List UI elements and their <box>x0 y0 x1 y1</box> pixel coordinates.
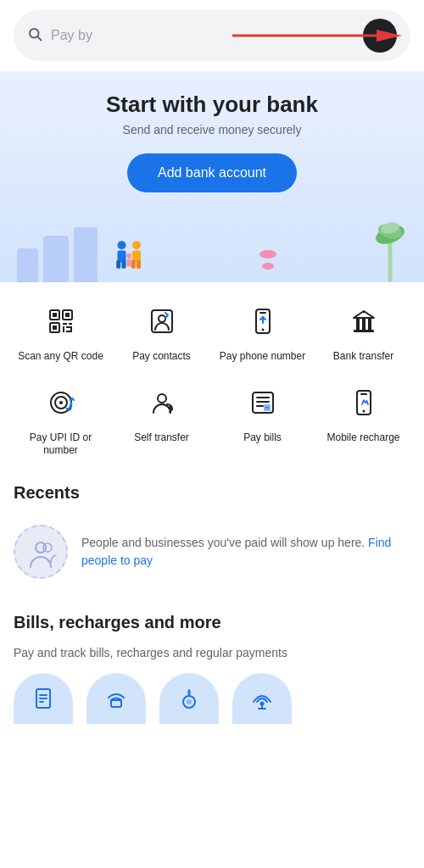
building-3 <box>74 227 98 282</box>
decorative-blob-2 <box>262 263 274 270</box>
search-bar[interactable]: Pay by <box>14 10 410 61</box>
electricity-icon <box>14 673 73 724</box>
action-pay-contacts[interactable]: Pay contacts <box>114 299 209 364</box>
svg-rect-26 <box>63 326 64 332</box>
svg-rect-41 <box>354 330 374 332</box>
action-mobile-recharge[interactable]: Mobile recharge <box>316 381 410 458</box>
svg-rect-13 <box>126 259 131 267</box>
recents-section: Recents People and businesses you've pai… <box>0 466 424 596</box>
svg-rect-24 <box>63 323 67 325</box>
svg-rect-38 <box>356 318 360 330</box>
pay-bills-label: Pay bills <box>243 431 282 445</box>
svg-rect-29 <box>66 331 70 332</box>
recents-avatar <box>14 525 68 579</box>
city-illustration <box>17 227 162 282</box>
action-pay-bills[interactable]: Pay bills <box>215 381 310 458</box>
svg-line-1 <box>37 36 41 40</box>
actions-grid: Scan any QR code Pay contacts <box>14 299 410 458</box>
self-transfer-icon <box>140 381 184 425</box>
svg-rect-6 <box>116 260 120 269</box>
bills-icons-row <box>14 673 410 724</box>
svg-point-44 <box>59 401 63 404</box>
recents-placeholder-text: People and businesses you've paid will s… <box>81 534 410 570</box>
svg-point-4 <box>118 241 126 249</box>
recents-title: Recents <box>14 483 410 503</box>
hero-title: Start with your bank <box>17 92 407 118</box>
scan-qr-label: Scan any QR code <box>18 350 103 364</box>
bills-subtitle: Pay and track bills, recharges and regul… <box>14 646 410 659</box>
recents-placeholder: People and businesses you've paid will s… <box>14 516 410 587</box>
svg-rect-35 <box>259 312 266 314</box>
bills-title: Bills, recharges and more <box>14 613 410 632</box>
svg-rect-27 <box>66 326 72 328</box>
bill-broadband[interactable] <box>86 673 146 724</box>
building-2 <box>43 236 69 282</box>
svg-rect-40 <box>368 318 371 330</box>
broadband-icon <box>86 673 146 724</box>
action-bank-transfer[interactable]: Bank transfer <box>316 299 410 364</box>
quick-actions-section: Scan any QR code Pay contacts <box>0 282 424 466</box>
mobile-recharge-icon <box>342 381 386 425</box>
search-bar-container: Pay by <box>0 0 424 71</box>
svg-rect-21 <box>65 313 70 317</box>
pay-contacts-icon <box>140 299 184 343</box>
hero-banner: Start with your bank Send and receive mo… <box>0 71 424 282</box>
mobile-recharge-label: Mobile recharge <box>326 431 399 445</box>
svg-rect-23 <box>53 326 57 330</box>
svg-point-45 <box>158 394 166 403</box>
scan-qr-icon <box>39 299 83 343</box>
svg-rect-10 <box>131 260 136 269</box>
decorative-blob-1 <box>259 250 276 259</box>
bank-transfer-icon <box>342 299 386 343</box>
svg-point-56 <box>43 543 52 552</box>
svg-rect-54 <box>360 393 367 395</box>
svg-point-8 <box>132 241 141 249</box>
svg-marker-3 <box>377 30 402 42</box>
action-self-transfer[interactable]: Self transfer <box>114 381 209 458</box>
svg-rect-39 <box>362 318 365 330</box>
bill-dth[interactable] <box>232 673 292 724</box>
bill-electricity[interactable] <box>14 673 73 724</box>
action-scan-qr[interactable]: Scan any QR code <box>14 299 108 364</box>
gas-icon <box>159 673 219 724</box>
pay-phone-label: Pay phone number <box>220 350 305 364</box>
svg-rect-25 <box>69 323 72 325</box>
search-icon <box>27 26 42 46</box>
svg-point-63 <box>187 699 192 704</box>
svg-point-34 <box>261 329 264 331</box>
dth-icon <box>232 673 292 724</box>
bill-gas[interactable] <box>159 673 219 724</box>
building-1 <box>17 248 38 282</box>
arrow-annotation <box>232 27 402 44</box>
pay-upi-icon <box>39 381 83 425</box>
people-illustration <box>111 231 153 282</box>
svg-point-53 <box>362 409 365 412</box>
svg-rect-28 <box>70 328 72 332</box>
svg-rect-11 <box>137 260 141 269</box>
bills-section: Bills, recharges and more Pay and track … <box>0 596 424 732</box>
self-transfer-label: Self transfer <box>134 431 189 445</box>
hero-subtitle: Send and receive money securely <box>17 123 407 136</box>
pay-bills-icon <box>241 381 285 425</box>
svg-point-12 <box>126 253 131 259</box>
pay-phone-icon <box>241 299 285 343</box>
svg-rect-19 <box>53 313 57 317</box>
svg-rect-7 <box>122 260 126 269</box>
action-pay-upi[interactable]: Pay UPI ID or number <box>14 381 108 458</box>
bank-transfer-label: Bank transfer <box>333 350 393 364</box>
svg-point-32 <box>159 315 165 322</box>
add-bank-button[interactable]: Add bank account <box>127 153 297 192</box>
pay-upi-label: Pay UPI ID or number <box>14 431 108 458</box>
svg-marker-37 <box>354 311 374 318</box>
action-pay-phone[interactable]: Pay phone number <box>215 299 310 364</box>
hero-illustration <box>17 214 407 282</box>
svg-rect-61 <box>111 700 121 707</box>
pay-contacts-label: Pay contacts <box>132 350 191 364</box>
palm-tree-illustration <box>373 214 407 282</box>
